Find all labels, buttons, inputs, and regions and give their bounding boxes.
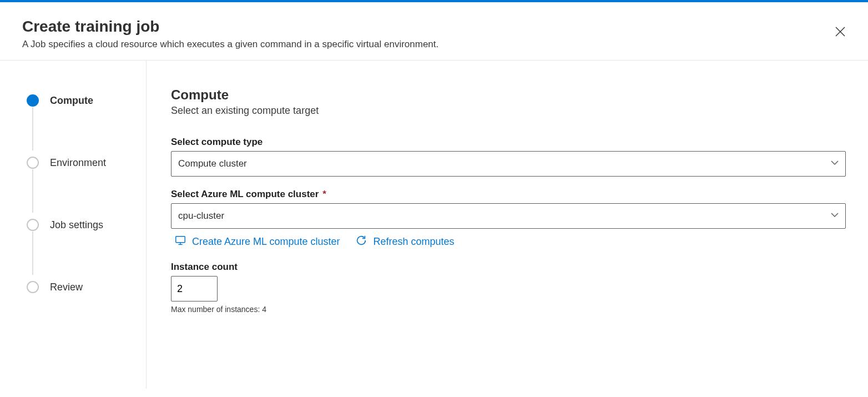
step-compute[interactable]: Compute [27, 92, 146, 109]
step-connector [32, 232, 33, 275]
refresh-link[interactable]: Refresh computes [355, 234, 454, 249]
cluster-actions: Create Azure ML compute cluster Refresh … [171, 234, 846, 249]
section-title: Compute [171, 87, 846, 103]
compute-type-select[interactable]: Compute cluster [171, 151, 846, 177]
close-button[interactable] [831, 23, 849, 41]
step-label: Compute [50, 95, 93, 107]
step-bubble-icon [27, 94, 39, 107]
step-job-settings[interactable]: Job settings [27, 216, 146, 234]
section-subtitle: Select an existing compute target [171, 105, 846, 117]
compute-cluster-value: cpu-cluster [178, 210, 224, 222]
compute-cluster-label-text: Select Azure ML compute cluster [171, 189, 319, 199]
monitor-icon [174, 234, 186, 249]
wizard-sidebar: Compute Environment Job settings Review [0, 61, 147, 389]
page-body: Compute Environment Job settings Review … [0, 61, 868, 389]
page-header: Create training job A Job specifies a cl… [0, 2, 868, 61]
compute-type-field: Select compute type Compute cluster [171, 137, 846, 177]
page-subtitle: A Job specifies a cloud resource which e… [22, 39, 846, 50]
chevron-down-icon [826, 210, 839, 222]
compute-type-value: Compute cluster [178, 158, 247, 169]
required-mark: * [322, 189, 326, 199]
step-bubble-icon [27, 219, 39, 231]
step-bubble-icon [27, 281, 39, 293]
step-label: Environment [50, 157, 106, 169]
instance-count-input[interactable] [171, 276, 218, 301]
page-title: Create training job [22, 18, 846, 36]
create-cluster-link[interactable]: Create Azure ML compute cluster [174, 234, 340, 249]
step-environment[interactable]: Environment [27, 154, 146, 172]
refresh-text: Refresh computes [373, 236, 454, 248]
instance-count-helper: Max number of instances: 4 [171, 305, 846, 314]
main-panel: Compute Select an existing compute targe… [147, 61, 868, 389]
create-cluster-text: Create Azure ML compute cluster [192, 236, 340, 248]
instance-count-label: Instance count [171, 262, 846, 273]
step-label: Review [50, 282, 83, 293]
close-icon [835, 27, 845, 38]
step-review[interactable]: Review [27, 278, 146, 296]
step-label: Job settings [50, 219, 103, 231]
step-connector [32, 169, 33, 213]
compute-cluster-field: Select Azure ML compute cluster * cpu-cl… [171, 189, 846, 249]
svg-rect-2 [176, 237, 185, 243]
chevron-down-icon [826, 158, 839, 169]
compute-cluster-select[interactable]: cpu-cluster [171, 203, 846, 229]
step-connector [32, 107, 33, 150]
instance-count-field: Instance count Max number of instances: … [171, 262, 846, 314]
refresh-icon [355, 234, 367, 249]
compute-type-label: Select compute type [171, 137, 846, 148]
compute-cluster-label: Select Azure ML compute cluster * [171, 189, 846, 200]
step-bubble-icon [27, 157, 39, 169]
